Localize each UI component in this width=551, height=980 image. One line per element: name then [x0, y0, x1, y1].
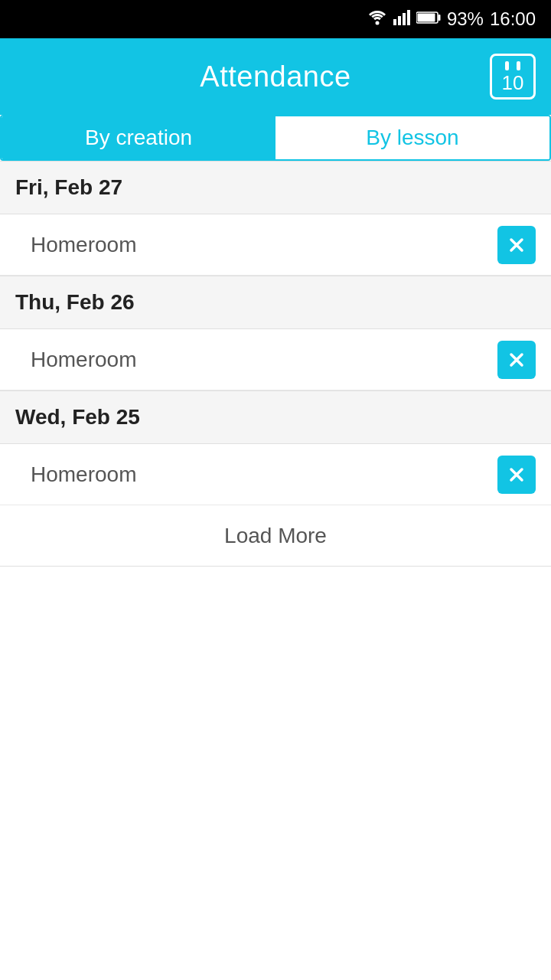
tab-by-creation[interactable]: By creation — [2, 116, 276, 159]
tab-switcher: By creation By lesson — [0, 115, 551, 161]
attendance-item-0-0: Homeroom — [0, 214, 551, 276]
date-text-2: Wed, Feb 25 — [15, 405, 140, 429]
date-text-1: Thu, Feb 26 — [15, 290, 135, 314]
page-title: Attendance — [200, 60, 350, 93]
attendance-item-2-0: Homeroom — [0, 444, 551, 505]
calendar-pin-right — [517, 61, 520, 70]
date-header-2: Wed, Feb 25 — [0, 390, 551, 444]
clock: 16:00 — [490, 8, 536, 30]
status-bar: 93% 16:00 — [0, 0, 551, 38]
date-header-0: Fri, Feb 27 — [0, 161, 551, 214]
calendar-button[interactable]: 10 — [490, 54, 536, 100]
content-area: Fri, Feb 27Homeroom Thu, Feb 26Homeroom … — [0, 161, 551, 567]
close-button-1-0[interactable] — [497, 341, 536, 379]
attendance-label-1-0: Homeroom — [31, 348, 136, 372]
date-header-1: Thu, Feb 26 — [0, 276, 551, 329]
calendar-pins — [492, 60, 533, 71]
app-header: Attendance 10 — [0, 38, 551, 115]
svg-point-0 — [375, 21, 379, 25]
battery-percentage: 93% — [447, 8, 484, 30]
svg-rect-2 — [398, 16, 401, 25]
load-more-label: Load More — [224, 524, 327, 548]
status-icons: 93% 16:00 — [367, 8, 536, 30]
svg-rect-4 — [407, 10, 410, 25]
wifi-icon — [367, 10, 387, 28]
svg-rect-7 — [417, 14, 435, 22]
calendar-number: 10 — [502, 73, 524, 93]
load-more-button[interactable]: Load More — [0, 505, 551, 567]
signal-icon — [393, 10, 410, 28]
attendance-item-1-0: Homeroom — [0, 329, 551, 390]
battery-icon — [416, 11, 441, 28]
tab-by-lesson[interactable]: By lesson — [276, 116, 549, 159]
svg-rect-6 — [438, 15, 440, 21]
calendar-pin-left — [505, 61, 509, 70]
date-text-0: Fri, Feb 27 — [15, 175, 122, 199]
close-button-0-0[interactable] — [497, 226, 536, 264]
attendance-label-2-0: Homeroom — [31, 462, 136, 487]
svg-rect-3 — [403, 13, 406, 25]
svg-rect-1 — [393, 19, 396, 25]
attendance-label-0-0: Homeroom — [31, 233, 136, 257]
close-button-2-0[interactable] — [497, 456, 536, 494]
